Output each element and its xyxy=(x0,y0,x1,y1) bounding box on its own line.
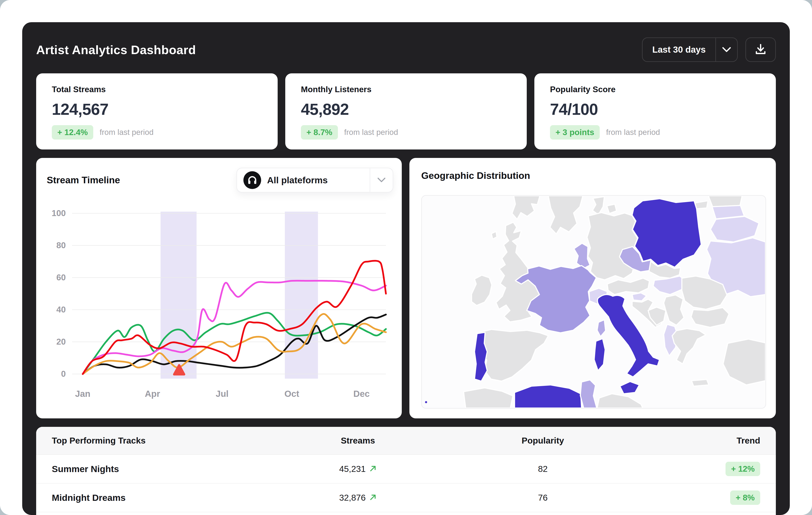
map-region-latvia[interactable] xyxy=(708,196,742,207)
map-region-uk-isles[interactable] xyxy=(491,232,497,239)
map-region-morocco[interactable] xyxy=(464,388,513,408)
map-region-turkey[interactable] xyxy=(723,339,765,385)
y-axis-label: 40 xyxy=(56,305,66,314)
headphones-icon xyxy=(243,171,261,189)
map-region-tunisia[interactable] xyxy=(580,380,597,408)
map-region-ireland[interactable] xyxy=(471,275,492,305)
column-popularity: Popularity xyxy=(458,436,628,446)
map-region-denmark[interactable] xyxy=(592,196,604,215)
download-button[interactable] xyxy=(745,37,776,62)
map-region-corsica[interactable] xyxy=(597,320,606,337)
panels-row: Stream Timeline All plateforms xyxy=(36,158,776,418)
map-region-benelux[interactable] xyxy=(574,243,590,269)
panel-title: Geographic Distribution xyxy=(421,170,530,181)
map-region-poland[interactable] xyxy=(632,199,701,267)
stat-delta-note: from last period xyxy=(344,128,398,137)
map-region-hungary[interactable] xyxy=(653,276,685,295)
stat-card-popularity-score: Popularity Score 74/100 + 3 points from … xyxy=(534,73,776,149)
track-streams: 45,231 xyxy=(339,464,366,474)
app-container: Artist Analytics Dashboard Last 30 days xyxy=(22,22,790,515)
map-region-slovenia[interactable] xyxy=(632,293,646,301)
platform-filter-label: All plateforms xyxy=(267,175,328,185)
track-name: Midnight Dreams xyxy=(36,493,258,503)
panel-stream-timeline: Stream Timeline All plateforms xyxy=(36,158,402,418)
map-region-sicily[interactable] xyxy=(620,382,639,394)
x-axis-label: Jul xyxy=(216,389,229,399)
tracks-header-row: Top Performing Tracks Streams Popularity… xyxy=(36,427,776,455)
map-region-bulgaria[interactable] xyxy=(691,308,729,327)
y-axis-label: 60 xyxy=(56,273,66,282)
y-axis-label: 100 xyxy=(52,208,66,218)
map-region-crete[interactable] xyxy=(692,380,709,386)
map-region-austria[interactable] xyxy=(607,278,649,295)
map-region-kaliningrad[interactable] xyxy=(695,201,708,209)
highlight-band-2 xyxy=(285,212,318,378)
page: Artist Analytics Dashboard Last 30 days xyxy=(0,0,812,515)
y-axis-label: 20 xyxy=(56,337,66,346)
stat-label: Popularity Score xyxy=(550,85,760,94)
map-region-norway[interactable] xyxy=(512,196,540,219)
track-trend-badge: + 8% xyxy=(730,490,760,505)
track-trend-badge: + 12% xyxy=(726,462,760,476)
header-controls: Last 30 days xyxy=(642,37,776,62)
stat-value: 124,567 xyxy=(52,100,262,118)
column-streams: Streams xyxy=(258,436,458,446)
map-attribution-mark xyxy=(425,401,427,403)
map-region-sweden[interactable] xyxy=(548,196,583,234)
stat-delta-badge: + 3 points xyxy=(550,125,600,140)
x-axis-label: Oct xyxy=(284,389,299,399)
stat-card-total-streams: Total Streams 124,567 + 12.4% from last … xyxy=(36,73,278,149)
download-icon xyxy=(754,43,767,56)
stream-chart-area: 020406080100JanAprJulOctDec xyxy=(41,203,397,413)
stat-delta-badge: + 8.7% xyxy=(301,125,338,140)
map-canvas xyxy=(421,195,766,408)
map-region-spain[interactable] xyxy=(477,329,548,381)
stat-card-monthly-listeners: Monthly Listeners 45,892 + 8.7% from las… xyxy=(285,73,527,149)
header: Artist Analytics Dashboard Last 30 days xyxy=(36,37,776,62)
track-name: Summer Nights xyxy=(36,464,258,474)
trend-up-icon xyxy=(370,465,377,473)
y-axis-label: 80 xyxy=(56,241,66,250)
stat-delta-note: from last period xyxy=(99,128,153,137)
track-popularity: 82 xyxy=(458,464,628,474)
highlight-band-1 xyxy=(161,212,197,378)
stat-label: Monthly Listeners xyxy=(301,85,511,94)
date-range-label: Last 30 days xyxy=(643,38,715,61)
track-streams: 32,876 xyxy=(339,493,366,503)
stat-cards-row: Total Streams 124,567 + 12.4% from last … xyxy=(36,73,776,149)
series-magenta-line xyxy=(83,281,386,374)
stat-delta-badge: + 12.4% xyxy=(52,125,93,140)
stat-value: 74/100 xyxy=(550,100,760,118)
tracks-title: Top Performing Tracks xyxy=(36,436,258,446)
map-region-serbia[interactable] xyxy=(664,295,684,325)
stat-delta-note: from last period xyxy=(606,128,660,137)
stat-label: Total Streams xyxy=(52,85,262,94)
column-trend: Trend xyxy=(628,436,776,446)
map-region-sardinia[interactable] xyxy=(594,339,605,371)
x-axis-label: Apr xyxy=(145,389,160,399)
series-green-line xyxy=(83,313,386,374)
panel-title: Stream Timeline xyxy=(47,175,120,186)
tracks-card: Top Performing Tracks Streams Popularity… xyxy=(36,427,776,515)
map-region-algeria[interactable] xyxy=(515,385,581,408)
track-popularity: 76 xyxy=(458,493,628,503)
platform-filter-dropdown[interactable]: All plateforms xyxy=(236,168,393,192)
x-axis-label: Dec xyxy=(353,389,370,399)
chevron-down-icon xyxy=(370,177,393,183)
panel-geographic-distribution: Geographic Distribution xyxy=(409,158,776,418)
table-row[interactable]: Midnight Dreams 32,876 76 + 8% xyxy=(36,484,776,512)
date-range-button[interactable]: Last 30 days xyxy=(642,37,738,62)
x-axis-label: Jan xyxy=(75,389,90,399)
map-region-greece[interactable] xyxy=(672,329,706,364)
chevron-down-icon xyxy=(716,38,737,61)
page-title: Artist Analytics Dashboard xyxy=(36,43,196,57)
y-axis-label: 0 xyxy=(61,369,66,378)
table-row[interactable]: Summer Nights 45,231 82 + 12% xyxy=(36,455,776,484)
map-region-libya[interactable] xyxy=(597,394,643,408)
stat-value: 45,892 xyxy=(301,100,511,118)
trend-up-icon xyxy=(370,494,377,502)
map-region-denmark-isles[interactable] xyxy=(607,204,617,214)
stream-chart: 020406080100JanAprJulOctDec xyxy=(41,203,397,412)
